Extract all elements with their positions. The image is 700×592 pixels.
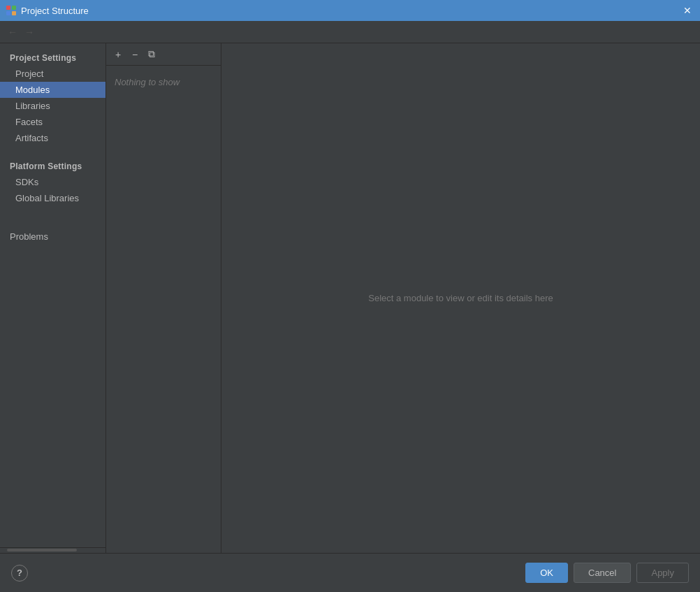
svg-rect-1	[12, 6, 16, 10]
forward-button[interactable]: →	[22, 25, 36, 39]
svg-rect-3	[12, 11, 16, 15]
cancel-button[interactable]: Cancel	[574, 563, 631, 583]
sidebar-item-libraries[interactable]: Libraries	[0, 98, 105, 114]
middle-content: Nothing to show	[106, 66, 221, 553]
svg-rect-0	[6, 6, 10, 10]
sidebar-spacer-3	[0, 217, 105, 229]
copy-module-button[interactable]: ⧉	[144, 47, 159, 62]
project-settings-header: Project Settings	[0, 49, 105, 66]
help-button[interactable]: ?	[11, 565, 28, 582]
sidebar-item-modules[interactable]: Modules	[0, 82, 105, 98]
footer: ? OK Cancel Apply	[0, 553, 700, 592]
middle-panel: + − ⧉ Nothing to show	[106, 43, 221, 553]
sidebar-scrollbar[interactable]	[0, 547, 105, 553]
sidebar-item-problems[interactable]: Problems	[0, 229, 105, 245]
right-panel: Select a module to view or edit its deta…	[221, 43, 700, 553]
footer-right: OK Cancel Apply	[525, 563, 689, 583]
close-button[interactable]: ✕	[680, 3, 694, 17]
sidebar-scrollbar-thumb	[7, 549, 77, 551]
apply-button[interactable]: Apply	[636, 563, 689, 583]
sidebar-item-artifacts[interactable]: Artifacts	[0, 130, 105, 146]
title-bar: Project Structure ✕	[0, 0, 700, 21]
middle-toolbar: + − ⧉	[106, 43, 221, 66]
sidebar-item-project[interactable]: Project	[0, 66, 105, 82]
sidebar-item-sdks[interactable]: SDKs	[0, 174, 105, 190]
content-area: Project Settings Project Modules Librari…	[0, 43, 700, 553]
dialog-body: ← → Project Settings Project Modules Lib…	[0, 21, 700, 592]
window-title: Project Structure	[21, 6, 89, 16]
platform-settings-header: Platform Settings	[0, 157, 105, 174]
select-module-placeholder: Select a module to view or edit its deta…	[368, 293, 553, 303]
footer-left: ?	[11, 565, 28, 582]
ok-button[interactable]: OK	[525, 563, 568, 583]
svg-rect-2	[6, 11, 10, 15]
add-module-button[interactable]: +	[110, 47, 126, 62]
sidebar-spacer-1	[0, 146, 105, 157]
nothing-to-show-label: Nothing to show	[115, 77, 180, 87]
sidebar-item-facets[interactable]: Facets	[0, 114, 105, 130]
sidebar-scroll: Project Settings Project Modules Librari…	[0, 43, 105, 547]
remove-module-button[interactable]: −	[127, 47, 143, 62]
title-bar-left: Project Structure	[6, 5, 89, 16]
sidebar-spacer-2	[0, 206, 105, 217]
project-structure-icon	[6, 5, 17, 16]
sidebar-item-global-libraries[interactable]: Global Libraries	[0, 190, 105, 206]
nav-bar: ← →	[0, 21, 700, 43]
sidebar: Project Settings Project Modules Librari…	[0, 43, 106, 553]
back-button[interactable]: ←	[6, 25, 20, 39]
